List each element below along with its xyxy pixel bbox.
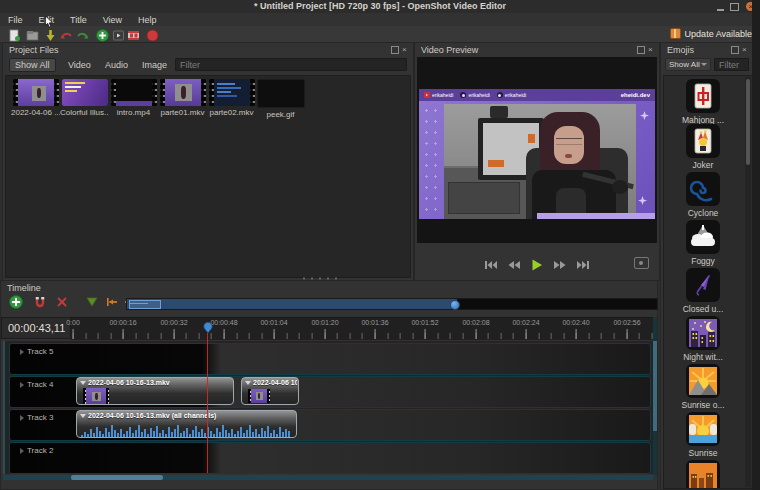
scrollbar-thumb[interactable]: [71, 475, 163, 480]
video-preview-panel: Video Preview × erikaheidi erikaheidi er…: [414, 42, 660, 281]
file-item[interactable]: intro.mp4: [109, 79, 158, 117]
file-item[interactable]: parte01.mkv: [158, 79, 207, 117]
float-panel-icon[interactable]: [637, 46, 645, 54]
person-face: [554, 126, 584, 164]
scrollbar-thumb[interactable]: [746, 79, 750, 165]
track-5[interactable]: Track 5: [9, 343, 651, 375]
razor-button[interactable]: [55, 295, 69, 309]
float-panel-icon[interactable]: [391, 46, 399, 54]
glasses: [556, 138, 582, 145]
playhead-handle[interactable]: [203, 322, 213, 333]
github-icon: [497, 92, 503, 98]
scrollbar-thumb[interactable]: [653, 341, 657, 431]
twitter-chip: erikaheidi: [460, 92, 489, 98]
tab-video[interactable]: Video: [63, 58, 96, 72]
add-marker-button[interactable]: [85, 295, 99, 309]
audio-waveform: [81, 424, 292, 437]
night-with-stars-emoji: [686, 316, 720, 350]
emoji-item[interactable]: Mahjong ...: [664, 79, 742, 125]
menu-help[interactable]: Help: [130, 15, 165, 25]
emoji-item[interactable]: [664, 460, 742, 489]
update-available-button[interactable]: Update Available: [670, 28, 752, 39]
file-item[interactable]: parte02.mkv: [207, 79, 256, 117]
tab-audio[interactable]: Audio: [100, 58, 133, 72]
chevron-down-icon: [701, 63, 707, 66]
fast-forward-button[interactable]: [553, 259, 567, 270]
emoji-item[interactable]: Sunrise o...: [664, 364, 742, 410]
timeline-h-scrollbar[interactable]: [3, 475, 653, 480]
jump-end-button[interactable]: [576, 259, 590, 270]
video-clip[interactable]: 2022-04-06 10-...: [241, 377, 299, 405]
file-item[interactable]: 2022-04-06 ...: [11, 79, 60, 117]
splitter-handle[interactable]: [300, 277, 340, 280]
export-video-icon[interactable]: [146, 28, 159, 40]
close-panel-icon[interactable]: ×: [648, 46, 655, 53]
undo-icon[interactable]: [60, 28, 73, 40]
emoji-item[interactable]: Closed u...: [664, 268, 742, 314]
track-menu-icon[interactable]: [20, 448, 24, 454]
snapping-button[interactable]: [33, 295, 47, 309]
timeline-v-scrollbar[interactable]: [653, 317, 657, 475]
menu-view[interactable]: View: [95, 15, 130, 25]
closed-umbrella-emoji: [686, 268, 720, 302]
track-menu-icon[interactable]: [20, 415, 24, 421]
add-track-button[interactable]: [9, 295, 23, 309]
window-edge: [752, 0, 760, 490]
project-files-filter-input[interactable]: [175, 58, 407, 71]
file-thumbnail: [209, 79, 255, 106]
fullscreen-icon[interactable]: [127, 28, 140, 40]
sunrise-emoji: [686, 412, 720, 446]
file-thumbnail: [62, 79, 108, 106]
zoom-slider-handle[interactable]: [450, 300, 460, 310]
emoji-item[interactable]: Cyclone: [664, 172, 742, 218]
new-project-icon[interactable]: [8, 28, 21, 40]
foggy-emoji: [686, 220, 720, 254]
tab-image[interactable]: Image: [137, 58, 172, 72]
choose-profile-icon[interactable]: [112, 28, 125, 40]
play-button[interactable]: [530, 259, 544, 270]
clip-menu-icon[interactable]: [80, 381, 86, 385]
audio-clip[interactable]: 2022-04-06 10-16-13.mkv (all channels): [76, 410, 297, 438]
clip-menu-icon[interactable]: [80, 414, 86, 418]
import-files-icon[interactable]: [96, 28, 109, 40]
close-panel-icon[interactable]: ×: [742, 46, 749, 53]
video-clip[interactable]: 2022-04-06 10-16-13.mkv: [76, 377, 234, 405]
redo-icon[interactable]: [76, 28, 89, 40]
track-menu-icon[interactable]: [20, 349, 24, 355]
file-item[interactable]: peek.gif: [256, 79, 305, 119]
open-project-icon[interactable]: [26, 28, 39, 40]
timeline-zoom-slider[interactable]: [126, 298, 658, 310]
github-chip: erikaheidi: [497, 92, 526, 98]
track-menu-icon[interactable]: [20, 382, 24, 388]
menu-title[interactable]: Title: [62, 15, 95, 25]
ruler-label: 00:02:24: [506, 319, 546, 326]
emoji-scrollbar[interactable]: [745, 77, 751, 487]
timeline-ruler[interactable]: 0:00 00:00:16 00:00:32 00:00:48 00:01:04…: [71, 317, 657, 340]
detach-preview-icon[interactable]: [634, 257, 649, 269]
visible-range-indicator[interactable]: [129, 300, 161, 309]
website-label: eheidi.dev: [621, 92, 650, 98]
jump-start-button[interactable]: [484, 259, 498, 270]
float-panel-icon[interactable]: [731, 46, 739, 54]
track-4[interactable]: Track 4 2022-04-06 10-16-13.mkv 2022-04-…: [9, 376, 651, 408]
rewind-button[interactable]: [507, 259, 521, 270]
clip-menu-icon[interactable]: [245, 381, 251, 385]
close-panel-icon[interactable]: ×: [402, 46, 409, 53]
emoji-filter-dropdown[interactable]: Show All: [665, 58, 711, 71]
emoji-filter-input[interactable]: [714, 58, 749, 71]
file-item[interactable]: Colorful Illus...: [60, 79, 109, 117]
emoji-item[interactable]: Sunrise: [664, 412, 742, 458]
save-project-icon[interactable]: [44, 28, 57, 40]
emoji-item[interactable]: Joker: [664, 124, 742, 170]
clip-thumbnail: [83, 388, 109, 404]
menu-file[interactable]: File: [0, 15, 31, 25]
maximize-button[interactable]: [730, 3, 739, 11]
emoji-item[interactable]: Night wit...: [664, 316, 742, 362]
tab-show-all[interactable]: Show All: [9, 58, 56, 72]
track-3[interactable]: Track 3 2022-04-06 10-16-13.mkv (all cha…: [9, 409, 651, 441]
track-2[interactable]: Track 2: [9, 442, 651, 474]
minimize-button[interactable]: [717, 3, 724, 11]
emoji-item[interactable]: Foggy: [664, 220, 742, 266]
file-name: peek.gif: [256, 110, 305, 119]
emoji-label: Night wit...: [664, 352, 742, 362]
